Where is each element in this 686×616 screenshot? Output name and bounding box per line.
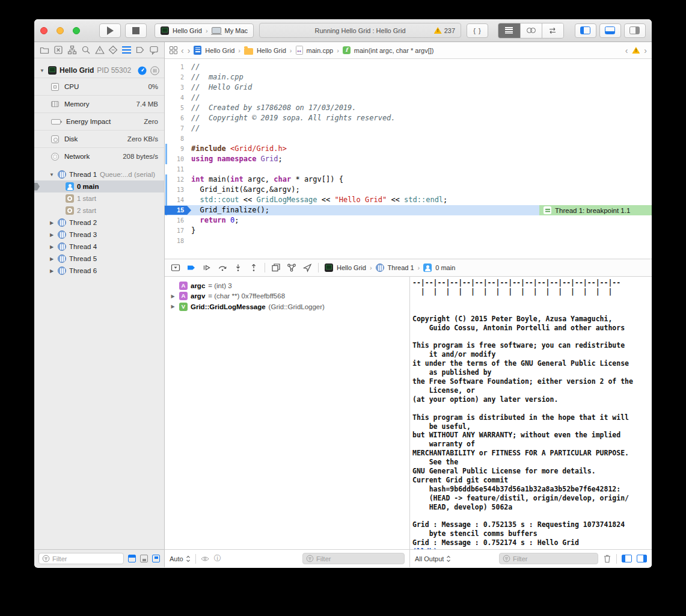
step-into-icon[interactable] bbox=[233, 263, 243, 273]
project-navigator-icon[interactable] bbox=[40, 45, 49, 55]
show-running-threads-button[interactable] bbox=[152, 555, 160, 562]
simulate-location-icon[interactable] bbox=[302, 263, 312, 273]
line-number[interactable]: 10 bbox=[165, 154, 191, 164]
view-mode-icon[interactable] bbox=[150, 66, 159, 75]
report-navigator-icon[interactable] bbox=[149, 45, 159, 55]
variable-row[interactable]: ▶ V Grid::GridLogMessage (Grid::GridLogg… bbox=[165, 301, 409, 312]
standard-editor-button[interactable] bbox=[498, 23, 520, 38]
code-line-8[interactable]: 8 bbox=[165, 134, 652, 144]
gauge-dial-icon[interactable] bbox=[138, 66, 147, 75]
quick-look-eye-icon[interactable] bbox=[201, 556, 209, 562]
code-line-6[interactable]: 6// Copyright © 2019 sopa. All rights re… bbox=[165, 113, 652, 123]
code-line-10[interactable]: 10using namespace Grid; bbox=[165, 154, 652, 164]
scheme-selector[interactable]: Hello Grid › My Mac bbox=[155, 23, 254, 38]
crumb-file[interactable]: main.cpp bbox=[307, 47, 334, 54]
code-line-15[interactable]: 15 Grid_finalize(); Thread 1: breakpoint… bbox=[165, 205, 652, 215]
code-line-17[interactable]: 17} bbox=[165, 226, 652, 236]
variables-filter-input[interactable]: Filter bbox=[302, 553, 405, 564]
variables-scope-popup[interactable]: Auto bbox=[170, 555, 191, 562]
disclosure-triangle[interactable]: ▶ bbox=[49, 220, 55, 226]
gauge-row-network[interactable]: Network 208 bytes/s bbox=[34, 147, 164, 165]
variable-row[interactable]: ▶ A argv = (char **) 0x7ffeefbff568 bbox=[165, 291, 409, 302]
view-hierarchy-icon[interactable] bbox=[271, 263, 281, 273]
navigator-filter-input[interactable]: Filter bbox=[38, 553, 124, 564]
breakpoint-badge[interactable]: 15 bbox=[165, 206, 191, 215]
forward-button[interactable]: › bbox=[188, 46, 191, 55]
thread-row[interactable]: ▶ Thread 6 bbox=[34, 265, 164, 277]
crumb-symbol[interactable]: main(int argc, char * argv[]) bbox=[354, 47, 434, 54]
source-editor[interactable]: 1// 2// main.cpp 3// Hello Grid 4// 5// … bbox=[165, 59, 652, 259]
breakpoint-navigator-icon[interactable] bbox=[135, 45, 145, 55]
line-number[interactable]: 3 bbox=[165, 82, 191, 93]
code-line-2[interactable]: 2// main.cpp bbox=[165, 72, 652, 82]
disclosure-triangle[interactable]: ▶ bbox=[49, 268, 55, 274]
line-number[interactable]: 7 bbox=[165, 123, 191, 134]
line-number[interactable]: 17 bbox=[165, 226, 191, 236]
disclosure-triangle[interactable]: ▶ bbox=[170, 304, 176, 309]
find-navigator-icon[interactable] bbox=[81, 45, 91, 55]
thread-row[interactable]: ▶ Thread 2 bbox=[34, 217, 164, 229]
variable-row[interactable]: A argc = (int) 3 bbox=[165, 280, 409, 291]
source-control-navigator-icon[interactable] bbox=[54, 45, 63, 55]
stack-frame-row[interactable]: 0 main bbox=[34, 180, 164, 192]
gauge-row-cpu[interactable]: CPU 0% bbox=[34, 78, 164, 95]
show-console-button[interactable] bbox=[637, 555, 647, 562]
disclosure-triangle[interactable]: ▼ bbox=[49, 172, 55, 177]
info-icon[interactable]: ⓘ bbox=[214, 553, 221, 564]
library-button[interactable]: { } bbox=[467, 23, 488, 38]
console-output[interactable]: --|--|--|--|--|--|--|--|--|--|--|--|--|-… bbox=[410, 277, 652, 549]
breakpoint-annotation[interactable]: Thread 1: breakpoint 1.1 bbox=[539, 205, 652, 215]
line-number[interactable]: 9 bbox=[165, 144, 191, 154]
code-line-9[interactable]: 9#include <Grid/Grid.h> bbox=[165, 144, 652, 154]
test-navigator-icon[interactable] bbox=[108, 45, 118, 55]
line-number[interactable]: 5 bbox=[165, 103, 191, 113]
step-over-icon[interactable] bbox=[218, 263, 227, 273]
show-paused-threads-button[interactable] bbox=[140, 555, 148, 562]
crumb-process[interactable]: Hello Grid bbox=[337, 264, 366, 271]
assistant-editor-button[interactable] bbox=[520, 23, 542, 38]
issue-navigator-icon[interactable] bbox=[95, 45, 105, 55]
code-line-3[interactable]: 3// Hello Grid bbox=[165, 82, 652, 93]
line-number[interactable]: 16 bbox=[165, 215, 191, 226]
breakpoints-toggle-icon[interactable] bbox=[186, 263, 196, 273]
line-number[interactable]: 1 bbox=[165, 62, 191, 72]
line-number[interactable]: 14 bbox=[165, 195, 191, 205]
code-line-16[interactable]: 16 return 0; bbox=[165, 215, 652, 226]
line-number[interactable]: 4 bbox=[165, 93, 191, 103]
disclosure-triangle[interactable]: ▶ bbox=[49, 232, 55, 238]
gauge-row-disk[interactable]: Disk Zero KB/s bbox=[34, 130, 164, 147]
disclosure-triangle[interactable]: ▶ bbox=[49, 244, 55, 250]
stack-frame-row[interactable]: 2 start bbox=[34, 205, 164, 217]
activity-status-view[interactable]: Running Hello Grid : Hello Grid ! 237 bbox=[259, 23, 461, 38]
show-variables-view-button[interactable] bbox=[622, 555, 632, 562]
clear-console-trash-icon[interactable] bbox=[603, 554, 611, 563]
code-line-1[interactable]: 1// bbox=[165, 62, 652, 72]
disclosure-triangle[interactable]: ▶ bbox=[170, 294, 176, 299]
disclosure-triangle[interactable]: ▼ bbox=[39, 68, 45, 73]
view-process-by-thread-button[interactable] bbox=[128, 555, 136, 562]
line-number[interactable]: 13 bbox=[165, 185, 191, 195]
code-line-13[interactable]: 13 Grid_init(&argc,&argv); bbox=[165, 185, 652, 195]
continue-icon[interactable] bbox=[202, 263, 212, 273]
crumb-group[interactable]: Hello Grid bbox=[257, 47, 286, 54]
gauge-row-memory[interactable]: Memory 7.4 MB bbox=[34, 95, 164, 112]
stop-button[interactable] bbox=[125, 23, 147, 38]
thread-row[interactable]: ▶ Thread 5 bbox=[34, 253, 164, 265]
thread-row[interactable]: ▶ Thread 3 bbox=[34, 229, 164, 241]
warning-cluster[interactable]: ! 237 bbox=[434, 27, 455, 34]
step-out-icon[interactable] bbox=[249, 263, 259, 273]
line-number[interactable]: 11 bbox=[165, 164, 191, 174]
gauge-row-energy[interactable]: Energy Impact Zero bbox=[34, 112, 164, 130]
minimize-window-button[interactable] bbox=[57, 27, 64, 34]
thread-row[interactable]: ▶ Thread 4 bbox=[34, 241, 164, 253]
line-number[interactable]: 6 bbox=[165, 113, 191, 123]
code-line-7[interactable]: 7// bbox=[165, 123, 652, 134]
crumb-frame[interactable]: 0 main bbox=[435, 264, 455, 271]
toggle-inspector-button[interactable] bbox=[624, 23, 646, 38]
hide-debug-area-icon[interactable] bbox=[171, 263, 180, 273]
console-filter-input[interactable]: Filter bbox=[499, 553, 598, 564]
symbol-navigator-icon[interactable] bbox=[67, 45, 77, 55]
back-button[interactable]: ‹ bbox=[181, 46, 184, 55]
code-line-11[interactable]: 11 bbox=[165, 164, 652, 174]
crumb-project[interactable]: Hello Grid bbox=[205, 47, 234, 54]
